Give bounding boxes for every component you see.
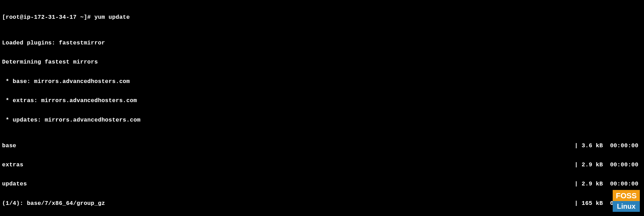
download-size: | 3.6 kB 00:00:00 [574,143,642,149]
download-size: | 2.9 kB 00:00:00 [574,181,642,188]
download-row: extras | 2.9 kB 00:00:00 [2,162,642,168]
download-row: (1/4): base/7/x86_64/group_gz | 165 kB 0… [2,200,642,207]
watermark-bottom: Linux [613,201,640,212]
output-line: * extras: mirrors.advancedhosters.com [2,98,642,104]
download-size: | 2.9 kB 00:00:00 [574,162,642,168]
download-name: extras [2,162,23,168]
download-row: updates | 2.9 kB 00:00:00 [2,181,642,188]
download-name: (1/4): base/7/x86_64/group_gz [2,200,105,207]
output-line: Loaded plugins: fastestmirror [2,40,642,47]
download-name: base [2,143,16,149]
download-name: updates [2,181,27,188]
shell-prompt-line: [root@ip-172-31-34-17 ~]# yum update [2,14,642,21]
output-line: * updates: mirrors.advancedhosters.com [2,117,642,124]
terminal-output: [root@ip-172-31-34-17 ~]# yum update Loa… [2,1,642,216]
watermark-logo: FOSS Linux [613,190,640,212]
download-row: base | 3.6 kB 00:00:00 [2,143,642,149]
output-line: * base: mirrors.advancedhosters.com [2,78,642,85]
output-line: Determining fastest mirrors [2,59,642,66]
watermark-top: FOSS [613,190,640,201]
